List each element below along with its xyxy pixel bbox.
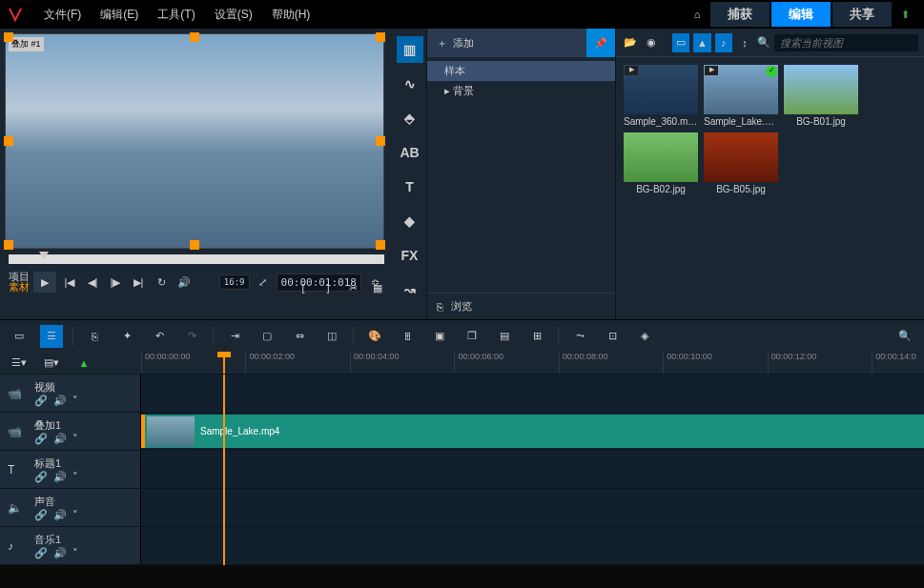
record-icon[interactable]: ◉	[643, 33, 660, 52]
expand-track-icon[interactable]: ˅	[72, 395, 78, 407]
expand-icon[interactable]: ⤢	[254, 273, 273, 292]
titles-tab-icon[interactable]: T	[397, 173, 423, 200]
library-thumb[interactable]: BG-B05.jpg	[704, 132, 778, 194]
layers-icon[interactable]: ❐	[461, 325, 483, 348]
clip-edge-left[interactable]	[141, 415, 145, 448]
templates-tab-icon[interactable]: ⬘	[397, 105, 423, 132]
filter-photo-icon[interactable]: ▲	[693, 33, 710, 52]
track-body[interactable]: Sample_Lake.mp4	[141, 413, 924, 450]
graphics-tab-icon[interactable]: ◆	[397, 208, 423, 234]
tree-background[interactable]: ▸ 背景	[427, 81, 615, 101]
go-start-button[interactable]: |◀	[60, 273, 79, 292]
resize-handle-tl[interactable]	[4, 32, 13, 42]
home-icon[interactable]: ⌂	[686, 3, 708, 26]
media-tab-icon[interactable]: ▥	[397, 36, 423, 63]
track-visibility-icon[interactable]: ▤▾	[40, 352, 63, 375]
timeline-ruler[interactable]: 00:00:00:0000:00:02:0000:00:04:0000:00:0…	[141, 352, 924, 374]
track-body[interactable]	[141, 375, 924, 412]
undo-button[interactable]: ↶	[148, 325, 171, 348]
track-body[interactable]	[141, 489, 924, 526]
frame-back-button[interactable]: ◀|	[83, 273, 102, 292]
library-thumb[interactable]: ▶Sample_360.mp4	[624, 65, 698, 127]
menu-edit[interactable]: 编辑(E)	[91, 3, 148, 27]
resize-handle-b[interactable]	[190, 240, 199, 250]
mode-capture[interactable]: 捕获	[710, 2, 770, 27]
pin-icon[interactable]: 📌	[586, 29, 615, 57]
library-thumb[interactable]: ▶✓Sample_Lake.m...	[704, 65, 778, 127]
resize-handle-bl[interactable]	[4, 240, 13, 250]
library-thumb[interactable]: BG-B01.jpg	[784, 65, 858, 127]
tree-samples[interactable]: 样本	[427, 61, 615, 81]
chapter-icon[interactable]: ▤	[493, 325, 516, 348]
library-thumb[interactable]: BG-B02.jpg	[624, 132, 698, 194]
play-button[interactable]: ▶	[33, 272, 56, 293]
cut-icon[interactable]: ✂	[343, 278, 362, 297]
link-icon[interactable]: 🔗	[34, 509, 48, 521]
expand-track-icon[interactable]: ˅	[72, 471, 78, 483]
snap-icon[interactable]: ⇥	[223, 325, 246, 348]
fit-icon[interactable]: ▢	[256, 325, 278, 348]
tools-icon[interactable]: ✦	[115, 325, 138, 348]
expand-track-icon[interactable]: ˅	[72, 433, 78, 445]
resize-handle-r[interactable]	[376, 136, 385, 146]
track-header[interactable]: 📹叠加1🔗 🔊 ˅	[0, 413, 141, 450]
track-options-icon[interactable]: ☰▾	[8, 352, 31, 375]
zoom-out-icon[interactable]: 🔍	[893, 325, 916, 348]
stretch-icon[interactable]: ⇔	[288, 325, 311, 348]
timeline-clip[interactable]: Sample_Lake.mp4	[141, 415, 924, 448]
resize-handle-tr[interactable]	[376, 32, 385, 42]
mute-icon[interactable]: 🔊	[53, 547, 67, 559]
playhead-icon[interactable]	[223, 352, 225, 374]
motion-icon[interactable]: ⤳	[568, 325, 591, 348]
mute-icon[interactable]: 🔊	[53, 509, 67, 521]
expand-track-icon[interactable]: ˅	[72, 547, 78, 559]
timeline-playhead[interactable]	[223, 375, 225, 565]
options-icon[interactable]: ▦	[368, 278, 387, 297]
track-collapse-icon[interactable]: ▲	[72, 352, 95, 375]
link-icon[interactable]: 🔗	[34, 471, 48, 483]
loop-button[interactable]: ↻	[152, 273, 171, 292]
3d-icon[interactable]: ◈	[633, 325, 656, 348]
resize-handle-br[interactable]	[376, 240, 385, 250]
track-body[interactable]	[141, 451, 924, 488]
mask-icon[interactable]: ▣	[428, 325, 451, 348]
sort-icon[interactable]: ↕	[736, 33, 753, 52]
mute-icon[interactable]: 🔊	[53, 471, 67, 483]
menu-help[interactable]: 帮助(H)	[262, 3, 320, 27]
track-body[interactable]	[141, 527, 924, 564]
menu-file[interactable]: 文件(F)	[34, 3, 91, 27]
mark-in-icon[interactable]: [	[294, 278, 313, 297]
resize-handle-l[interactable]	[4, 136, 13, 146]
upload-icon[interactable]: ⬆	[893, 3, 916, 26]
paths-tab-icon[interactable]: ↝	[397, 276, 423, 303]
aspect-ratio[interactable]: 16:9	[219, 274, 250, 290]
copy-icon[interactable]: ⎘	[83, 325, 106, 348]
timeline-view-icon[interactable]: ☰	[40, 325, 63, 348]
filter-audio-icon[interactable]: ♪	[715, 33, 732, 52]
library-search-input[interactable]	[774, 34, 918, 51]
track-header[interactable]: 🔈声音🔗 🔊 ˅	[0, 489, 141, 526]
library-add-button[interactable]: ＋ 添加	[427, 32, 483, 54]
audio-tab-icon[interactable]: ∿	[397, 71, 423, 97]
resize-handle-t[interactable]	[190, 32, 199, 42]
mode-edit[interactable]: 编辑	[771, 2, 831, 27]
import-icon[interactable]: 📂	[622, 33, 639, 52]
track-header[interactable]: ♪音乐1🔗 🔊 ˅	[0, 527, 141, 564]
link-icon[interactable]: 🔗	[34, 547, 48, 559]
crop-icon[interactable]: ◫	[320, 325, 343, 348]
menu-tools[interactable]: 工具(T)	[148, 3, 204, 27]
color-icon[interactable]: 🎨	[363, 325, 386, 348]
mixer-icon[interactable]: 🎚	[396, 325, 419, 348]
mode-share[interactable]: 共享	[832, 2, 892, 27]
track-header[interactable]: 📹视频🔗 🔊 ˅	[0, 375, 141, 412]
scrub-marker-icon[interactable]	[39, 252, 49, 259]
storyboard-view-icon[interactable]: ▭	[8, 325, 31, 348]
volume-button[interactable]: 🔊	[175, 273, 194, 292]
menu-settings[interactable]: 设置(S)	[205, 3, 262, 27]
redo-button[interactable]: ↷	[180, 325, 203, 348]
scrub-bar[interactable]	[9, 254, 384, 264]
link-icon[interactable]: 🔗	[34, 395, 48, 407]
track-header[interactable]: T标题1🔗 🔊 ˅	[0, 451, 141, 488]
expand-track-icon[interactable]: ˅	[72, 509, 78, 521]
frame-forward-button[interactable]: |▶	[106, 273, 125, 292]
